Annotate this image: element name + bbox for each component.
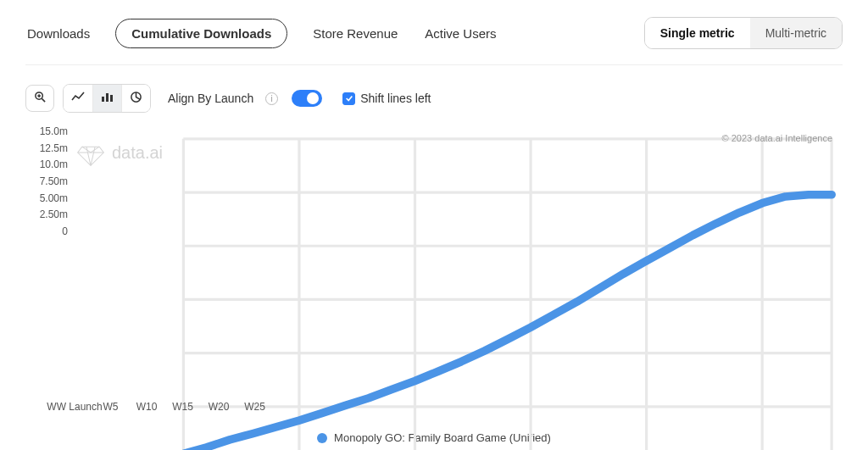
tab-downloads[interactable]: Downloads xyxy=(25,19,92,47)
chart-type-pie-button[interactable] xyxy=(121,85,150,112)
toggle-knob xyxy=(307,92,319,104)
checkbox-box xyxy=(342,92,355,105)
x-tick-label: W10 xyxy=(136,401,158,413)
svg-line-1 xyxy=(42,98,45,102)
x-tick-label: WW Launch xyxy=(47,401,102,413)
y-tick-label: 10.0m xyxy=(25,158,68,170)
chart-type-line-button[interactable] xyxy=(64,85,92,112)
shift-lines-left-label: Shift lines left xyxy=(360,92,431,105)
chart-type-bar-button[interactable] xyxy=(92,85,121,112)
zoom-button[interactable] xyxy=(25,85,54,112)
magnifier-plus-icon xyxy=(34,91,47,107)
y-tick-label: 2.50m xyxy=(25,208,68,220)
y-tick-label: 15.0m xyxy=(25,125,68,137)
tab-cumulative-downloads[interactable]: Cumulative Downloads xyxy=(115,19,287,48)
chart-area: data.ai © 2023 data.ai Intelligence 02.5… xyxy=(25,128,843,408)
info-icon[interactable]: i xyxy=(265,92,278,105)
pie-chart-icon xyxy=(130,91,142,107)
metric-tabs: Downloads Cumulative Downloads Store Rev… xyxy=(25,19,498,48)
y-tick-label: 0 xyxy=(25,225,68,237)
align-by-launch-toggle[interactable] xyxy=(292,90,322,107)
y-tick-label: 12.5m xyxy=(25,142,68,154)
x-tick-label: W5 xyxy=(103,401,119,413)
y-tick-label: 7.50m xyxy=(25,175,68,187)
tab-active-users[interactable]: Active Users xyxy=(423,19,498,47)
svg-rect-4 xyxy=(102,97,104,102)
x-tick-label: W25 xyxy=(244,401,265,413)
x-tick-label: W20 xyxy=(209,401,230,413)
line-chart-icon xyxy=(71,91,85,106)
bar-chart-icon xyxy=(101,91,114,106)
y-tick-label: 5.00m xyxy=(25,192,68,204)
align-by-launch-label: Align By Launch xyxy=(168,92,253,105)
tab-store-revenue[interactable]: Store Revenue xyxy=(311,19,399,47)
chart-type-group xyxy=(63,84,151,113)
svg-rect-6 xyxy=(110,95,113,102)
metric-mode-toggle: Single metric Multi-metric xyxy=(644,17,843,49)
single-metric-button[interactable]: Single metric xyxy=(645,18,750,48)
svg-rect-5 xyxy=(106,93,108,102)
x-tick-label: W15 xyxy=(172,401,193,413)
shift-lines-left-checkbox[interactable]: Shift lines left xyxy=(342,92,431,105)
multi-metric-button[interactable]: Multi-metric xyxy=(750,18,842,48)
